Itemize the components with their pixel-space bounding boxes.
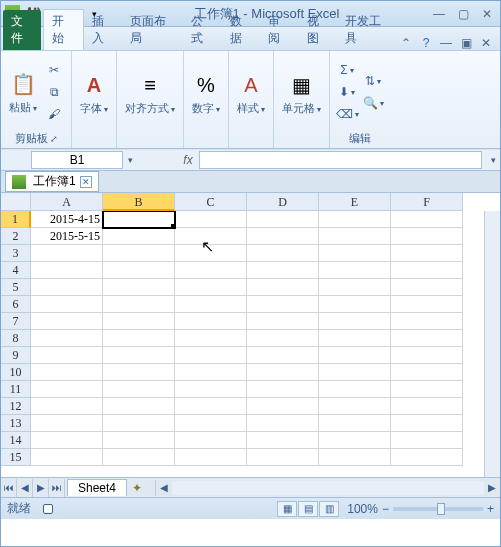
cell-B1[interactable]	[103, 211, 175, 228]
cell-C2[interactable]	[175, 228, 247, 245]
sheet-nav-prev[interactable]: ◀	[17, 479, 33, 497]
column-header-C[interactable]: C	[175, 193, 247, 211]
cell-D3[interactable]	[247, 245, 319, 262]
column-header-B[interactable]: B	[103, 193, 175, 211]
zoom-slider[interactable]	[393, 507, 483, 511]
cell-A5[interactable]	[31, 279, 103, 296]
document-tab-close[interactable]: ✕	[80, 176, 92, 188]
cell-A12[interactable]	[31, 398, 103, 415]
cell-E13[interactable]	[319, 415, 391, 432]
cell-E5[interactable]	[319, 279, 391, 296]
font-button[interactable]: A字体	[78, 69, 110, 118]
cell-D14[interactable]	[247, 432, 319, 449]
cell-C13[interactable]	[175, 415, 247, 432]
cell-E15[interactable]	[319, 449, 391, 466]
cell-D9[interactable]	[247, 347, 319, 364]
name-box-dropdown[interactable]: ▾	[123, 155, 137, 165]
cell-A1[interactable]: 2015-4-15	[31, 211, 103, 228]
sheet-tab-active[interactable]: Sheet4	[67, 479, 127, 496]
sheet-nav-next[interactable]: ▶	[33, 479, 49, 497]
close-button[interactable]: ✕	[478, 7, 496, 21]
cell-C4[interactable]	[175, 262, 247, 279]
cell-C6[interactable]	[175, 296, 247, 313]
cell-C7[interactable]	[175, 313, 247, 330]
cell-B4[interactable]	[103, 262, 175, 279]
cell-E3[interactable]	[319, 245, 391, 262]
tab-developer[interactable]: 开发工具	[337, 10, 398, 50]
cell-C3[interactable]	[175, 245, 247, 262]
cell-F4[interactable]	[391, 262, 463, 279]
cell-F6[interactable]	[391, 296, 463, 313]
cell-B11[interactable]	[103, 381, 175, 398]
cell-D10[interactable]	[247, 364, 319, 381]
row-header-4[interactable]: 4	[1, 262, 31, 279]
cell-A7[interactable]	[31, 313, 103, 330]
cell-D15[interactable]	[247, 449, 319, 466]
doc-restore-button[interactable]: ▣	[458, 36, 474, 50]
view-normal[interactable]: ▦	[277, 501, 297, 517]
row-header-12[interactable]: 12	[1, 398, 31, 415]
horizontal-scrollbar[interactable]: ◀▶	[155, 480, 500, 496]
copy-button[interactable]: ⧉	[43, 82, 65, 102]
cell-B2[interactable]	[103, 228, 175, 245]
cell-F1[interactable]	[391, 211, 463, 228]
maximize-button[interactable]: ▢	[454, 7, 472, 21]
row-header-11[interactable]: 11	[1, 381, 31, 398]
formula-bar[interactable]	[199, 151, 482, 169]
cell-E1[interactable]	[319, 211, 391, 228]
find-select-button[interactable]: 🔍	[362, 93, 384, 113]
row-header-13[interactable]: 13	[1, 415, 31, 432]
tab-home[interactable]: 开始	[43, 9, 83, 50]
cell-C9[interactable]	[175, 347, 247, 364]
fx-button[interactable]: fx	[177, 153, 199, 167]
cell-B9[interactable]	[103, 347, 175, 364]
zoom-level[interactable]: 100%	[347, 502, 378, 516]
tab-pagelayout[interactable]: 页面布局	[122, 10, 183, 50]
row-header-3[interactable]: 3	[1, 245, 31, 262]
styles-button[interactable]: A样式	[235, 69, 267, 118]
cell-D4[interactable]	[247, 262, 319, 279]
cell-A9[interactable]	[31, 347, 103, 364]
cell-B3[interactable]	[103, 245, 175, 262]
cell-D13[interactable]	[247, 415, 319, 432]
cell-A3[interactable]	[31, 245, 103, 262]
cell-F8[interactable]	[391, 330, 463, 347]
cell-C5[interactable]	[175, 279, 247, 296]
cell-B6[interactable]	[103, 296, 175, 313]
cell-A2[interactable]: 2015-5-15	[31, 228, 103, 245]
select-all-corner[interactable]	[1, 193, 31, 211]
cell-D5[interactable]	[247, 279, 319, 296]
cell-E2[interactable]	[319, 228, 391, 245]
cell-E12[interactable]	[319, 398, 391, 415]
cell-A8[interactable]	[31, 330, 103, 347]
cell-E11[interactable]	[319, 381, 391, 398]
view-pagelayout[interactable]: ▤	[298, 501, 318, 517]
cell-A6[interactable]	[31, 296, 103, 313]
help-button[interactable]: ?	[418, 36, 434, 50]
macro-record-button[interactable]	[43, 504, 53, 514]
tab-review[interactable]: 审阅	[260, 10, 298, 50]
cell-A15[interactable]	[31, 449, 103, 466]
row-header-14[interactable]: 14	[1, 432, 31, 449]
cell-C12[interactable]	[175, 398, 247, 415]
new-sheet-button[interactable]: ✦	[127, 481, 147, 495]
cell-E10[interactable]	[319, 364, 391, 381]
row-header-7[interactable]: 7	[1, 313, 31, 330]
cell-B12[interactable]	[103, 398, 175, 415]
cell-A14[interactable]	[31, 432, 103, 449]
cut-button[interactable]: ✂	[43, 60, 65, 80]
sort-filter-button[interactable]: ⇅	[362, 71, 384, 91]
row-header-9[interactable]: 9	[1, 347, 31, 364]
cell-F12[interactable]	[391, 398, 463, 415]
zoom-out-button[interactable]: −	[382, 502, 389, 516]
doc-close-button[interactable]: ✕	[478, 36, 494, 50]
zoom-in-button[interactable]: +	[487, 502, 494, 516]
cell-D1[interactable]	[247, 211, 319, 228]
cell-B15[interactable]	[103, 449, 175, 466]
name-box[interactable]: B1	[31, 151, 123, 169]
row-header-5[interactable]: 5	[1, 279, 31, 296]
format-painter-button[interactable]: 🖌	[43, 104, 65, 124]
cell-D8[interactable]	[247, 330, 319, 347]
cell-E4[interactable]	[319, 262, 391, 279]
cell-A11[interactable]	[31, 381, 103, 398]
